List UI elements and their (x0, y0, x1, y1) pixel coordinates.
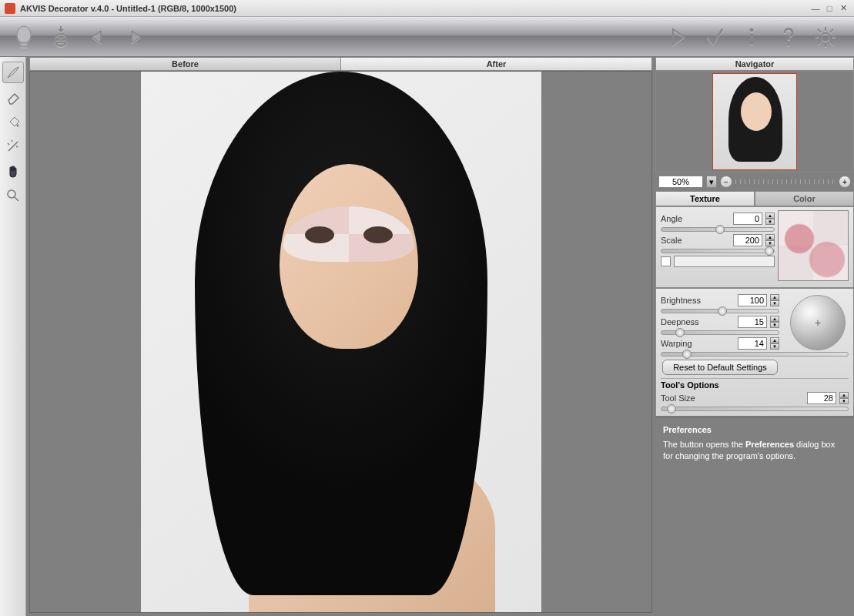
warping-input[interactable]: 14 (738, 337, 767, 350)
svg-point-0 (17, 26, 31, 43)
navigator-title: Navigator (655, 57, 854, 71)
scale-label: Scale (661, 236, 730, 245)
angle-label: Angle (661, 214, 730, 223)
deepness-up[interactable]: ▲ (770, 316, 779, 322)
toolsize-down[interactable]: ▼ (839, 398, 849, 404)
brush-tool[interactable] (2, 62, 24, 83)
info-button[interactable] (735, 21, 768, 53)
svg-rect-1 (20, 42, 28, 47)
toolsize-input[interactable]: 28 (807, 392, 836, 404)
zoom-tool[interactable] (2, 185, 24, 206)
warping-up[interactable]: ▲ (770, 337, 779, 343)
right-panel: Navigator 50% ▾ − + Texture Color Angle0… (655, 57, 854, 616)
scale-up[interactable]: ▲ (765, 234, 775, 240)
canvas[interactable] (29, 71, 652, 613)
hand-tool[interactable] (2, 160, 24, 182)
brightness-label: Brightness (661, 296, 735, 305)
toolsize-up[interactable]: ▲ (839, 392, 849, 398)
warping-slider[interactable] (661, 352, 849, 357)
tab-after[interactable]: After (340, 57, 652, 71)
magic-wand-tool[interactable] (2, 136, 24, 157)
color-checkbox[interactable] (661, 256, 671, 266)
angle-input[interactable]: 0 (733, 213, 762, 225)
apply-button[interactable] (698, 21, 731, 53)
brightness-input[interactable]: 100 (738, 294, 767, 306)
left-toolbar (0, 57, 26, 616)
brightness-up[interactable]: ▲ (770, 294, 779, 300)
tab-color[interactable]: Color (755, 191, 854, 206)
navigator-preview[interactable] (655, 71, 854, 172)
canvas-area: Before After (26, 57, 655, 616)
texture-panel: Angle0▲▼ Scale200▲▼ (655, 206, 854, 288)
deepness-slider[interactable] (661, 330, 779, 335)
image-preview (141, 72, 541, 612)
window-title: AKVIS Decorator v.4.0 - Untitled-1 (RGB/… (20, 4, 808, 13)
scale-slider[interactable] (661, 249, 775, 253)
tab-texture[interactable]: Texture (655, 191, 755, 206)
scale-down[interactable]: ▼ (765, 240, 775, 246)
titlebar: AKVIS Decorator v.4.0 - Untitled-1 (RGB/… (0, 0, 854, 17)
web-icon[interactable] (45, 21, 77, 53)
svg-point-7 (16, 125, 18, 127)
warping-down[interactable]: ▼ (770, 343, 779, 350)
help-text: The button opens the Preferences dialog … (663, 439, 846, 463)
angle-slider[interactable] (661, 227, 775, 232)
main-toolbar (0, 17, 854, 57)
angle-up[interactable]: ▲ (765, 213, 775, 219)
zoom-dropdown[interactable]: ▾ (706, 176, 717, 188)
deepness-input[interactable]: 15 (738, 316, 767, 328)
app-icon (5, 3, 15, 14)
angle-down[interactable]: ▼ (765, 219, 775, 225)
scale-input[interactable]: 200 (733, 234, 762, 246)
help-button[interactable] (772, 21, 805, 53)
deepness-label: Deepness (661, 317, 735, 326)
minimize-button[interactable]: — (809, 3, 822, 14)
zoom-in-button[interactable]: + (839, 176, 851, 188)
toolsize-slider[interactable] (661, 407, 849, 411)
bucket-tool[interactable] (2, 111, 24, 132)
forward-button[interactable] (119, 21, 151, 53)
svg-point-3 (750, 28, 754, 32)
help-title: Preferences (663, 425, 846, 434)
texture-preview[interactable] (778, 210, 849, 281)
svg-rect-4 (750, 34, 753, 45)
decorator-icon[interactable] (8, 21, 40, 53)
tools-options-head: Tool's Options (661, 378, 849, 390)
svg-point-8 (8, 190, 15, 198)
toolsize-label: Tool Size (661, 393, 804, 403)
deepness-down[interactable]: ▼ (770, 322, 779, 328)
maximize-button[interactable]: □ (823, 3, 836, 14)
zoom-value[interactable]: 50% (658, 176, 703, 188)
svg-point-5 (787, 43, 790, 46)
brightness-down[interactable]: ▼ (770, 300, 779, 306)
light-sphere[interactable]: + (790, 295, 846, 350)
brightness-slider[interactable] (661, 309, 779, 313)
warping-label: Warping (661, 339, 735, 348)
tab-before[interactable]: Before (29, 57, 340, 71)
preferences-button[interactable] (809, 21, 842, 53)
help-panel: Preferences The button opens the Prefere… (655, 417, 854, 616)
adjust-panel: + Brightness100▲▼ Deepness15▲▼ Warping14… (655, 288, 854, 417)
zoom-slider[interactable] (735, 179, 836, 184)
svg-point-6 (822, 33, 829, 41)
color-swatch[interactable] (674, 256, 775, 267)
zoom-out-button[interactable]: − (720, 176, 732, 188)
close-button[interactable]: ✕ (837, 3, 849, 14)
eraser-tool[interactable] (2, 86, 24, 108)
run-button[interactable] (661, 21, 694, 53)
reset-button[interactable]: Reset to Default Settings (662, 360, 778, 375)
back-button[interactable] (82, 21, 114, 53)
